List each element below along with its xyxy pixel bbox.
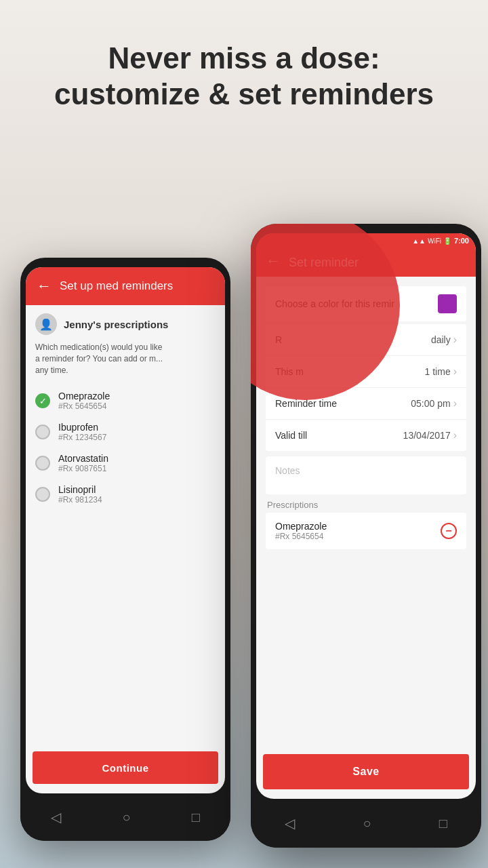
p2-nav-home-icon[interactable]: ○	[363, 816, 371, 831]
presc-rx: #Rx 5645654	[275, 532, 327, 541]
p2-nav-recent-icon[interactable]: □	[439, 816, 447, 831]
repeat-value: daily ›	[431, 334, 457, 346]
med-item-atorvastatin[interactable]: Atorvastatin #Rx 9087651	[35, 448, 216, 479]
med-name-lisinopril: Lisinopril	[58, 484, 102, 495]
phone2-navbar: ◁ ○ □	[251, 799, 481, 848]
med-item-lisinopril[interactable]: Lisinopril #Rx 981234	[35, 479, 216, 510]
phone1-appbar: ← Set up med reminders	[26, 267, 225, 305]
user-name: Jenny's prescriptions	[64, 319, 168, 330]
valid-value: 13/04/2017 ›	[403, 429, 457, 441]
nav-recent-icon[interactable]: □	[192, 810, 200, 825]
med-item-ibuprofen[interactable]: Ibuprofen #Rx 1234567	[35, 416, 216, 448]
presc-name: Omeprazole	[275, 521, 327, 532]
question-text: Which medication(s) would you likea remi…	[35, 342, 216, 376]
phone1-device: ← Set up med reminders 👤 Jenny's prescri…	[20, 258, 230, 841]
header-line1: Never miss a dose:	[27, 41, 461, 77]
header-line2: customize & set reminders	[27, 77, 461, 113]
med-name-atorvastatin: Atorvastatin	[58, 453, 108, 464]
status-icons: ▲▲ WiFi 🔋	[412, 237, 451, 245]
med-rx-atorvastatin: #Rx 9087651	[58, 464, 108, 473]
user-icon: 👤	[35, 313, 57, 335]
prescriptions-label: Prescriptions	[266, 500, 466, 510]
nav-home-icon[interactable]: ○	[122, 810, 130, 825]
form-row-valid[interactable]: Valid till 13/04/2017 ›	[266, 420, 466, 451]
back-arrow-icon[interactable]: ←	[37, 277, 52, 295]
med-radio-lisinopril[interactable]	[35, 487, 50, 502]
save-button[interactable]: Save	[263, 754, 469, 789]
user-row: 👤 Jenny's prescriptions	[35, 313, 216, 335]
color-swatch[interactable]	[438, 294, 457, 313]
time-value: 05:00 pm ›	[411, 397, 457, 410]
header-text: Never miss a dose: customize & set remin…	[0, 41, 488, 113]
chevron-icon: ›	[453, 334, 457, 346]
notes-placeholder: Notes	[275, 465, 300, 476]
med-name-ibuprofen: Ibuprofen	[58, 422, 106, 433]
notes-input[interactable]: Notes	[266, 456, 466, 494]
phone1-screen: ← Set up med reminders 👤 Jenny's prescri…	[26, 267, 225, 793]
phone1-appbar-title: Set up med reminders	[60, 279, 173, 293]
p2-nav-back-icon[interactable]: ◁	[285, 815, 295, 831]
battery-icon: 🔋	[443, 237, 451, 245]
chevron-icon3: ›	[453, 397, 457, 410]
status-time: 7:00	[454, 237, 469, 245]
med-radio-atorvastatin[interactable]	[35, 456, 50, 471]
med-item-omeprazole[interactable]: Omeprazole #Rx 5645654	[35, 385, 216, 416]
med-rx-omeprazole: #Rx 5645654	[58, 401, 110, 411]
phone1-content: 👤 Jenny's prescriptions Which medication…	[26, 305, 225, 518]
med-radio-ibuprofen[interactable]	[35, 425, 50, 439]
remind-value: 1 time ›	[425, 366, 457, 378]
nav-back-icon[interactable]: ◁	[51, 809, 61, 825]
wifi-icon: WiFi	[428, 237, 441, 245]
valid-label: Valid till	[275, 430, 307, 441]
chevron-icon2: ›	[453, 366, 457, 378]
chevron-icon4: ›	[453, 429, 457, 441]
prescriptions-section: Prescriptions Omeprazole #Rx 5645654 −	[266, 500, 466, 549]
phone1-navbar: ◁ ○ □	[20, 793, 230, 841]
signal-icon: ▲▲	[412, 237, 426, 245]
phone2-device: ▲▲ WiFi 🔋 7:00 ← Set reminder Choose a c…	[251, 224, 481, 848]
med-rx-ibuprofen: #Rx 1234567	[58, 433, 106, 442]
med-rx-lisinopril: #Rx 981234	[58, 495, 102, 505]
continue-button[interactable]: Continue	[33, 751, 218, 784]
med-radio-omeprazole[interactable]	[35, 393, 50, 408]
remove-prescription-button[interactable]: −	[441, 523, 457, 539]
phones-area: ← Set up med reminders 👤 Jenny's prescri…	[0, 224, 488, 868]
prescription-item: Omeprazole #Rx 5645654 −	[266, 513, 466, 549]
med-name-omeprazole: Omeprazole	[58, 391, 110, 401]
